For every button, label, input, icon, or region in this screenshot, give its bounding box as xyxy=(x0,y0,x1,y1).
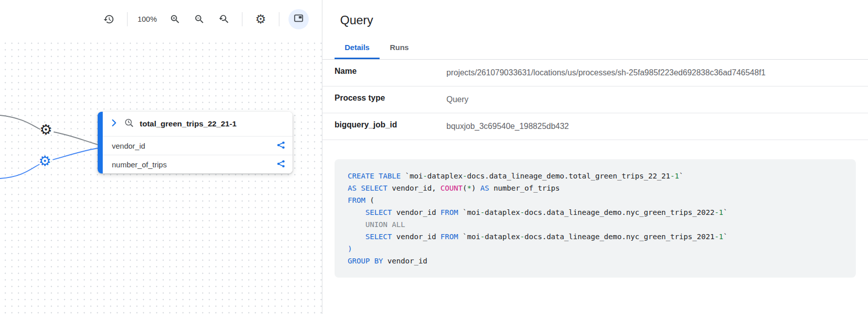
lineage-node-total-green-trips[interactable]: total_green_trips_22_21-1 vendor_id numb… xyxy=(98,112,293,173)
sql-code-block: CREATE TABLE `moi-dataplex-docs.data_lin… xyxy=(335,159,856,278)
side-panel-toggle-button[interactable] xyxy=(288,9,309,29)
detail-value: bquxjob_3c69540e_198825db432 xyxy=(446,120,569,132)
zoom-out-button[interactable] xyxy=(190,10,209,28)
canvas-toolbar: 100% ⚙ xyxy=(0,0,322,38)
node-header[interactable]: total_green_trips_22_21-1 xyxy=(103,112,293,136)
zoom-level-value: 100% xyxy=(138,15,157,23)
tab-details[interactable]: Details xyxy=(335,36,380,59)
selected-process-gear-icon[interactable]: ⚙ xyxy=(38,154,51,168)
toolbar-separator xyxy=(242,12,242,26)
detail-label: Name xyxy=(335,67,446,76)
expand-chevron-icon[interactable] xyxy=(109,118,119,130)
detail-value: Query xyxy=(446,94,469,106)
detail-label: bigquery_job_id xyxy=(335,120,446,129)
sql-query-text: CREATE TABLE `moi-dataplex-docs.data_lin… xyxy=(348,170,843,267)
detail-value: projects/261079033631/locations/us/proce… xyxy=(446,67,766,79)
toolbar-separator xyxy=(127,12,128,26)
settings-button[interactable]: ⚙ xyxy=(252,10,270,28)
node-accent-bar xyxy=(98,112,103,173)
lineage-edges xyxy=(0,38,322,314)
zoom-out-icon xyxy=(194,14,205,25)
zoom-in-button[interactable] xyxy=(166,10,184,28)
details-table: Name projects/261079033631/locations/us/… xyxy=(322,60,868,140)
field-label: vendor_id xyxy=(112,142,145,150)
bigquery-table-icon xyxy=(124,118,135,130)
lineage-canvas[interactable]: 100% ⚙ xyxy=(0,0,322,314)
panel-tabs: Details Runs xyxy=(322,36,868,60)
detail-row-bigquery-job-id: bigquery_job_id bquxjob_3c69540e_198825d… xyxy=(322,113,868,140)
lineage-share-icon[interactable] xyxy=(276,159,285,170)
tab-runs[interactable]: Runs xyxy=(380,36,419,59)
history-icon xyxy=(103,14,114,25)
lineage-grid[interactable]: ⚙ ⚙ total_green_trips_22_21-1 vendor_id xyxy=(0,38,322,314)
panel-title: Query xyxy=(322,0,868,36)
gear-icon: ⚙ xyxy=(255,13,266,25)
details-panel: Query Details Runs Name projects/2610790… xyxy=(322,0,868,314)
zoom-in-icon xyxy=(170,14,181,25)
node-field-vendor-id[interactable]: vendor_id xyxy=(103,136,293,155)
detail-row-name: Name projects/261079033631/locations/us/… xyxy=(322,60,868,86)
process-gear-icon[interactable]: ⚙ xyxy=(39,123,52,137)
zoom-reset-button[interactable] xyxy=(215,10,233,28)
lineage-share-icon[interactable] xyxy=(276,141,285,151)
detail-label: Process type xyxy=(335,94,446,103)
detail-row-process-type: Process type Query xyxy=(322,86,868,113)
node-field-number-of-trips[interactable]: number_of_trips xyxy=(103,155,293,173)
toolbar-separator xyxy=(279,12,279,26)
node-title: total_green_trips_22_21-1 xyxy=(140,119,236,128)
field-label: number_of_trips xyxy=(112,160,167,169)
history-button[interactable] xyxy=(100,10,118,28)
side-panel-toggle-icon xyxy=(293,13,304,25)
zoom-reset-icon xyxy=(218,14,229,25)
